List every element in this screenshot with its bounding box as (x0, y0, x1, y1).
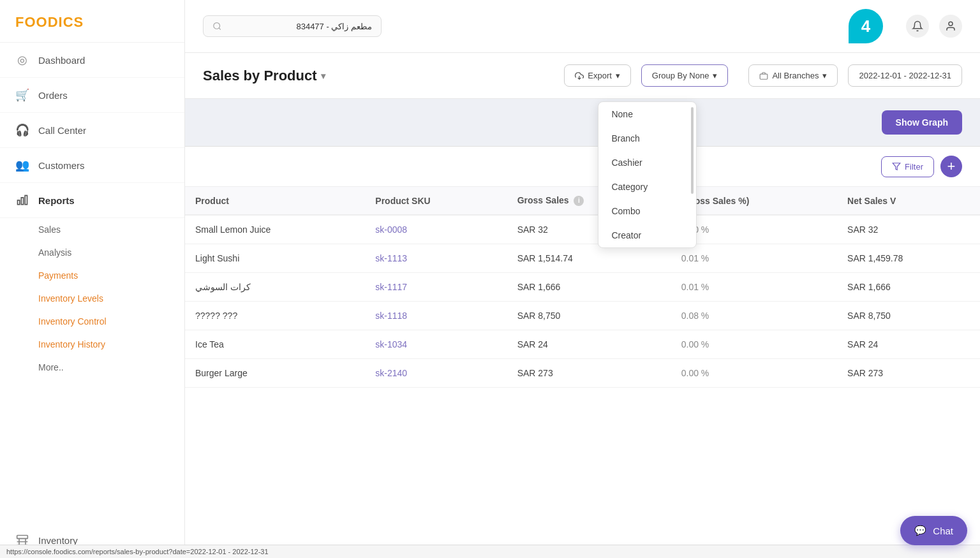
sub-label-inventory-levels: Inventory Levels (38, 293, 103, 304)
group-by-dropdown: None Branch Cashier Category Combo Creat… (598, 101, 697, 248)
col-product: Product (185, 187, 365, 215)
table-area: Filter + Product Product SKU Gross Sales… (185, 147, 980, 558)
sidebar-item-reports[interactable]: Reports (0, 183, 184, 218)
cell-gross-pct: 0.00 % (671, 330, 837, 359)
sidebar-sub-payments[interactable]: Payments (0, 264, 184, 287)
branches-label: All Branches (772, 71, 819, 80)
table-row: كرات السوشي sk-1117 SAR 1,666 0.01 % SAR… (185, 273, 980, 302)
page-header: Sales by Product ▾ Export ▾ Group By Non… (185, 53, 980, 99)
filter-label: Filter (905, 162, 923, 172)
sidebar-label-reports: Reports (38, 195, 75, 206)
sub-label-inventory-history: Inventory History (38, 339, 105, 349)
cell-gross-pct: 0.01 % (671, 244, 837, 273)
cell-sku: sk-1117 (365, 273, 507, 302)
filter-icon (892, 162, 901, 171)
building-icon (759, 71, 768, 80)
dropdown-scrollbar (691, 107, 694, 195)
branches-chevron: ▾ (822, 71, 827, 80)
cell-sku: sk-0008 (365, 215, 507, 244)
sidebar-sub-inventory-levels[interactable]: Inventory Levels (0, 287, 184, 310)
sidebar-item-customers[interactable]: 👥 Customers (0, 148, 184, 183)
gross-sales-info-icon[interactable]: i (574, 196, 584, 206)
sidebar-sub-sales[interactable]: Sales (0, 218, 184, 241)
bell-icon (912, 20, 923, 32)
dropdown-item-branch[interactable]: Branch (598, 126, 696, 151)
cell-net-sales: SAR 273 (837, 359, 980, 388)
sidebar-item-dashboard[interactable]: ◎ Dashboard (0, 43, 184, 78)
table-row: Burger Large sk-2140 SAR 273 0.00 % SAR … (185, 359, 980, 388)
orders-icon: 🛒 (15, 88, 29, 102)
dropdown-item-combo[interactable]: Combo (598, 199, 696, 223)
dropdown-item-none[interactable]: None (598, 102, 696, 126)
table-header-row: Product Product SKU Gross Sales i (Gross… (185, 187, 980, 215)
svg-marker-8 (893, 163, 900, 170)
export-button[interactable]: Export ▾ (564, 64, 631, 87)
cell-product: Ice Tea (185, 330, 365, 359)
cell-gross-sales: SAR 273 (507, 359, 671, 388)
sidebar-label-call-center: Call Center (38, 125, 86, 136)
show-graph-label: Show Graph (896, 117, 948, 128)
cell-sku: sk-2140 (365, 359, 507, 388)
status-bar: https://console.foodics.com/reports/sale… (0, 545, 980, 558)
page-content: Sales by Product ▾ Export ▾ Group By Non… (185, 53, 980, 558)
date-range-button[interactable]: 2022-12-01 - 2022-12-31 (848, 64, 962, 87)
dashboard-icon: ◎ (15, 53, 29, 67)
branches-button[interactable]: All Branches ▾ (748, 64, 838, 87)
sidebar-label-dashboard: Dashboard (38, 55, 85, 66)
export-label: Export (588, 71, 612, 80)
chat-button[interactable]: 💬 Chat (900, 516, 967, 545)
dropdown-item-cashier[interactable]: Cashier (598, 151, 696, 175)
cell-sku: sk-1118 (365, 302, 507, 330)
sidebar-sub-inventory-history[interactable]: Inventory History (0, 333, 184, 356)
cell-net-sales: SAR 1,666 (837, 273, 980, 302)
date-range-label: 2022-12-01 - 2022-12-31 (859, 71, 951, 80)
table-row: Light Sushi sk-1113 SAR 1,514.74 0.01 % … (185, 244, 980, 273)
add-button[interactable]: + (940, 156, 962, 177)
sub-label-sales: Sales (38, 224, 61, 235)
filter-button[interactable]: Filter (881, 156, 934, 177)
cell-net-sales: SAR 1,459.78 (837, 244, 980, 273)
cell-sku: sk-1034 (365, 330, 507, 359)
page-title[interactable]: Sales by Product ▾ (203, 68, 325, 84)
sidebar-item-orders[interactable]: 🛒 Orders (0, 78, 184, 113)
reports-icon (15, 193, 29, 207)
cell-product: كرات السوشي (185, 273, 365, 302)
sidebar-label-customers: Customers (38, 160, 85, 171)
tour-step: 4 (861, 17, 870, 36)
group-by-button[interactable]: Group By None ▾ (641, 64, 729, 87)
dropdown-item-creator[interactable]: Creator (598, 223, 696, 247)
logo-text: FOODICS (15, 14, 84, 30)
cell-sku: sk-1113 (365, 244, 507, 273)
tour-badge[interactable]: 4 (849, 9, 883, 43)
page-title-text: Sales by Product (203, 68, 317, 84)
user-profile-button[interactable] (939, 15, 962, 38)
header: 4 (185, 0, 980, 53)
search-input[interactable] (227, 22, 372, 31)
cell-net-sales: SAR 8,750 (837, 302, 980, 330)
sub-label-inventory-control: Inventory Control (38, 316, 107, 327)
cell-gross-sales: SAR 8,750 (507, 302, 671, 330)
search-bar[interactable] (203, 15, 382, 37)
sidebar-sub-more[interactable]: More.. (0, 356, 184, 379)
dropdown-item-category[interactable]: Category (598, 175, 696, 199)
show-graph-button[interactable]: Show Graph (882, 110, 962, 135)
cell-gross-sales: SAR 1,666 (507, 273, 671, 302)
table-scroll[interactable]: Product Product SKU Gross Sales i (Gross… (185, 187, 980, 558)
sidebar-item-call-center[interactable]: 🎧 Call Center (0, 113, 184, 148)
sidebar-sub-analysis[interactable]: Analysis (0, 241, 184, 264)
cell-net-sales: SAR 24 (837, 330, 980, 359)
customers-icon: 👥 (15, 158, 29, 172)
table-row: Small Lemon Juice sk-0008 SAR 32 0.00 % … (185, 215, 980, 244)
svg-rect-1 (21, 198, 23, 205)
plus-icon: + (947, 158, 956, 175)
sidebar-sub-inventory-control[interactable]: Inventory Control (0, 310, 184, 333)
col-sku: Product SKU (365, 187, 507, 215)
table-row: Ice Tea sk-1034 SAR 24 0.00 % SAR 24 (185, 330, 980, 359)
cell-product: Burger Large (185, 359, 365, 388)
cell-gross-pct: 0.01 % (671, 273, 837, 302)
sub-header: Show Graph (185, 99, 980, 147)
svg-point-4 (214, 23, 220, 29)
main-content: 4 Sales by Product ▾ Export ▾ Group By (185, 0, 980, 558)
table-row: ????? ??? sk-1118 SAR 8,750 0.08 % SAR 8… (185, 302, 980, 330)
notifications-button[interactable] (906, 15, 929, 38)
